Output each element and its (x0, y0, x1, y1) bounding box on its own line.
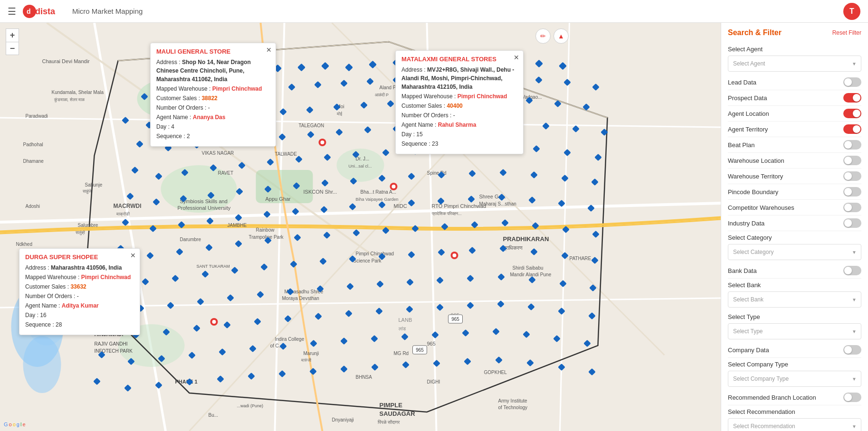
popup-warehouse-durga: Mapped Warehouse : Pimpri Chinchwad (25, 273, 134, 281)
filter-warehouse-territory: Warehouse Territory (728, 169, 861, 184)
beat-plan-toggle[interactable] (843, 140, 861, 150)
filter-warehouse-location: Warehouse Location (728, 153, 861, 169)
agent-location-knob (853, 110, 860, 117)
select-recommendation-label: Select Recommendation (728, 405, 861, 416)
expand-map-button[interactable]: ▲ (553, 28, 569, 44)
select-company-type-input[interactable]: Select Company Type (728, 371, 861, 387)
popup-close-mauli[interactable]: ✕ (266, 46, 272, 54)
svg-text:MACRWDI: MACRWDI (114, 203, 142, 209)
avatar[interactable]: T (843, 3, 860, 20)
popup-close-durga[interactable]: ✕ (130, 252, 136, 259)
popup-close-matalaxmi[interactable]: ✕ (514, 54, 519, 61)
svg-text:Biha Vaipayee Garden: Biha Vaipayee Garden (356, 197, 399, 202)
svg-text:of Technology: of Technology (498, 405, 528, 410)
svg-text:dista: dista (35, 7, 56, 16)
select-type-wrapper: Select Type ▼ (728, 323, 861, 339)
svg-text:PATHARE: PATHARE (570, 256, 591, 261)
svg-text:Chaurai Devi Mandir: Chaurai Devi Mandir (42, 58, 90, 64)
svg-text:LANB: LANB (399, 317, 412, 323)
competitor-warehouses-toggle[interactable] (843, 203, 861, 212)
svg-text:प्रादेशिक परिवहन...: प्रादेशिक परिवहन... (431, 211, 462, 216)
svg-text:Indira College: Indira College (275, 337, 305, 342)
competitor-warehouses-knob (844, 204, 852, 211)
filter-sidebar: Search & Filter Reset Filter Select Agen… (721, 23, 868, 431)
select-recommendation-wrapper: Select Recommendation ▼ (728, 418, 861, 431)
menu-icon[interactable]: ☰ (8, 6, 16, 17)
beat-plan-label: Beat Plan (728, 141, 754, 149)
popup-matalaxmi: ✕ MATALAXMI GENERAL STORES Address : MVJ… (395, 50, 524, 154)
popup-mauli: ✕ MAULI GENERAL STORE Address : Shop No … (150, 43, 276, 147)
svg-text:RAVET: RAVET (218, 170, 234, 176)
zoom-in-button[interactable]: + (6, 28, 19, 42)
svg-text:Uni...sal cl...: Uni...sal cl... (349, 164, 372, 169)
select-agent-wrapper: Select Agent ▼ (728, 56, 861, 72)
filter-prospect-data: Prospect Data (728, 90, 861, 106)
warehouse-location-toggle-container (843, 156, 861, 165)
industry-data-label: Industry Data (728, 220, 764, 227)
warehouse-location-toggle[interactable] (843, 156, 861, 165)
popup-title-matalaxmi: MATALAXMI GENERAL STORES (401, 56, 517, 63)
svg-text:d: d (27, 8, 31, 15)
agent-location-toggle[interactable] (843, 109, 861, 118)
popup-warehouse-mauli: Mapped Warehouse : Pimpri Chinchwad (156, 84, 270, 93)
svg-text:PRADHIKARAN: PRADHIKARAN (503, 235, 549, 243)
svg-text:Shirdi Saibabu: Shirdi Saibabu (513, 265, 544, 271)
agent-location-toggle-container (843, 109, 861, 118)
edit-map-button[interactable]: ✏ (535, 28, 551, 44)
select-recommendation-input[interactable]: Select Recommendation (728, 418, 861, 431)
svg-point-333 (212, 320, 216, 324)
prospect-data-label: Prospect Data (728, 94, 767, 102)
industry-data-toggle[interactable] (843, 218, 861, 228)
agent-territory-toggle[interactable] (843, 124, 861, 134)
popup-title-mauli: MAULI GENERAL STORE (156, 48, 270, 55)
company-data-toggle[interactable] (843, 345, 861, 355)
warehouse-territory-toggle[interactable] (843, 171, 861, 181)
svg-text:Dhamane: Dhamane (23, 159, 44, 164)
agent-location-label: Agent Location (728, 110, 769, 117)
popup-orders-durga: Number Of Orders : - (25, 292, 134, 300)
svg-text:Symbiosis Skills and: Symbiosis Skills and (180, 198, 228, 204)
select-agent-label: Select Agent (728, 43, 861, 54)
recommended-branch-knob (844, 394, 852, 401)
svg-text:RAJIV GANDHI: RAJIV GANDHI (95, 341, 128, 347)
filter-bank-data: Bank Data (728, 263, 861, 279)
select-category-input[interactable]: Select Category (728, 244, 861, 260)
pencil-icon: ✏ (540, 32, 546, 40)
select-bank-input[interactable]: Select Bank (728, 291, 861, 308)
pincode-boundary-toggle[interactable] (843, 187, 861, 197)
map-container[interactable]: Chaurai Devi Mandir Kundamala, Shelar Ma… (0, 23, 721, 431)
svg-text:PHASE 1: PHASE 1 (175, 379, 198, 384)
select-type-input[interactable]: Select Type (728, 323, 861, 339)
popup-agent-matalaxmi: Agent Name : Rahul Sharma (401, 121, 517, 129)
svg-text:SAUDAGAR: SAUDAGAR (380, 410, 416, 417)
svg-text:Kundamala, Shelar Mala: Kundamala, Shelar Mala (52, 90, 104, 95)
warehouse-location-knob (844, 157, 852, 164)
svg-text:कुंडमाळा, शेलर माळ: कुंडमाळा, शेलर माळ (54, 97, 86, 103)
popup-address-mauli: Address : Shop No 14, Near Dragon Chines… (156, 58, 270, 84)
reset-filter-button[interactable]: Reset Filter (832, 29, 861, 36)
popup-durga: ✕ DURGA SUPER SHOPEE Address : Maharasht… (19, 248, 140, 335)
svg-text:TALEGAON: TALEGAON (299, 123, 324, 128)
popup-orders-matalaxmi: Number Of Orders : - (401, 111, 517, 120)
lead-data-toggle[interactable] (843, 77, 861, 87)
bank-data-toggle[interactable] (843, 266, 861, 275)
prospect-data-toggle[interactable] (843, 93, 861, 103)
select-agent-input[interactable]: Select Agent (728, 56, 861, 72)
svg-text:Professional University: Professional University (178, 205, 231, 211)
industry-data-toggle-container (843, 218, 861, 228)
svg-point-337 (453, 253, 457, 257)
popup-seq-mauli: Sequence : 2 (156, 132, 270, 141)
select-bank-wrapper: Select Bank ▼ (728, 291, 861, 308)
zoom-out-button[interactable]: − (6, 42, 19, 55)
filter-competitor-warehouses: Competitor Warehouses (728, 200, 861, 216)
filter-pincode-boundary: Pincode Boundary (728, 184, 861, 200)
recommended-branch-toggle[interactable] (843, 393, 861, 402)
map-toolbar: ✏ ▲ (535, 28, 569, 44)
recommended-branch-toggle-container (843, 393, 861, 402)
filter-recommended-branch: Recommended Branch Location (728, 390, 861, 405)
beat-plan-knob (844, 141, 852, 149)
svg-text:GOPKHEL: GOPKHEL (484, 370, 507, 375)
svg-text:ISKCON Shr...: ISKCON Shr... (304, 189, 337, 195)
sidebar-header: Search & Filter Reset Filter (728, 28, 861, 37)
warehouse-location-label: Warehouse Location (728, 157, 784, 164)
